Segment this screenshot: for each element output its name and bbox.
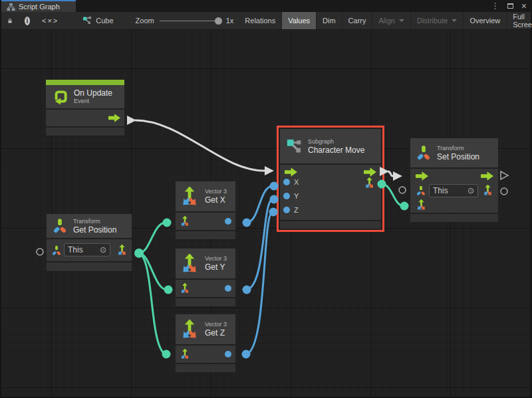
script-graph-window: Script Graph ⋮ × i <×> Cube Zoom xyxy=(0,0,532,398)
node-set-position[interactable]: Transform Set Position This ⊙ xyxy=(410,138,498,222)
input-port-z[interactable] xyxy=(283,207,290,213)
vector3-input-port[interactable] xyxy=(180,349,190,359)
node-get-z[interactable]: Vector 3 Get Z xyxy=(176,314,235,372)
graph-toolbar: i <×> Cube Zoom 1x Relations Values Dim … xyxy=(1,12,531,30)
flow-input-port[interactable] xyxy=(285,167,297,177)
event-accent-bar xyxy=(46,80,124,85)
target-icon[interactable]: ⊙ xyxy=(467,186,474,195)
node-title: Get Y xyxy=(205,262,227,272)
graph-owner[interactable]: Cube xyxy=(76,12,119,29)
input-label-y: Y xyxy=(294,192,299,200)
carry-label: Carry xyxy=(348,17,366,25)
node-body xyxy=(176,213,235,230)
align-button[interactable]: Align xyxy=(372,12,410,29)
zoom-label: Zoom xyxy=(136,17,154,25)
carry-button[interactable]: Carry xyxy=(342,12,373,29)
node-footer xyxy=(176,298,235,306)
float-output-port[interactable] xyxy=(225,218,231,225)
edit-graph-button[interactable]: <×> xyxy=(36,12,65,29)
float-output-port[interactable] xyxy=(225,285,231,292)
node-footer xyxy=(47,262,132,271)
graph-canvas[interactable]: On Update Event Transform Get Position xyxy=(1,30,531,397)
overview-button[interactable]: Overview xyxy=(464,12,507,29)
node-type: Vector 3 xyxy=(205,188,227,195)
node-on-update[interactable]: On Update Event xyxy=(46,80,124,136)
tab-title: Script Graph xyxy=(19,3,60,11)
script-graph-icon xyxy=(7,3,15,11)
relations-label: Relations xyxy=(245,17,275,25)
flow-input-port[interactable] xyxy=(416,171,428,181)
float-output-port[interactable] xyxy=(225,351,231,357)
node-title: Get Z xyxy=(205,328,227,338)
node-get-x[interactable]: Vector 3 Get X xyxy=(176,181,235,239)
distribute-button[interactable]: Distribute xyxy=(411,12,464,29)
vector3-input-port[interactable] xyxy=(180,216,190,227)
chevron-down-icon xyxy=(452,19,457,22)
node-footer xyxy=(176,364,235,372)
vector3-output-port[interactable] xyxy=(116,245,128,256)
this-field[interactable]: This ⊙ xyxy=(64,243,110,256)
full-screen-label: Full Screen xyxy=(513,13,532,29)
node-title: Character Move xyxy=(308,146,364,155)
flow-output-port[interactable] xyxy=(364,167,376,177)
input-label-x: X xyxy=(294,178,299,186)
graph-owner-label: Cube xyxy=(96,17,113,25)
node-body xyxy=(176,346,235,363)
input-port-x[interactable] xyxy=(283,179,290,185)
vector3-output-port[interactable] xyxy=(364,177,375,189)
node-body xyxy=(176,280,235,297)
tab-script-graph[interactable]: Script Graph xyxy=(1,0,76,12)
vector3-input-port[interactable] xyxy=(180,283,190,294)
input-port-y[interactable] xyxy=(283,193,290,199)
transform-icon xyxy=(52,218,68,234)
node-type: Transform xyxy=(437,145,479,152)
node-type: Vector 3 xyxy=(205,255,227,262)
info-button[interactable]: i xyxy=(19,12,36,29)
maximize-icon[interactable] xyxy=(507,3,513,9)
node-type: Subgraph xyxy=(308,138,364,146)
transform-input-port[interactable] xyxy=(416,185,426,196)
lock-icon xyxy=(7,17,13,25)
graph-icon xyxy=(82,16,92,25)
transform-input-port[interactable] xyxy=(51,245,62,256)
flow-output-port[interactable] xyxy=(108,114,120,122)
node-get-y[interactable]: Vector 3 Get Y xyxy=(176,249,235,306)
node-header: Transform Set Position xyxy=(410,138,498,167)
this-field[interactable]: This ⊙ xyxy=(429,184,478,197)
node-type: Vector 3 xyxy=(205,321,227,328)
chevron-down-icon xyxy=(399,19,404,22)
node-footer xyxy=(280,221,381,229)
values-label: Values xyxy=(288,17,310,25)
zoom-slider[interactable] xyxy=(160,21,221,21)
values-button[interactable]: Values xyxy=(282,12,317,29)
distribute-label: Distribute xyxy=(417,17,448,25)
input-label-z: Z xyxy=(294,206,299,214)
close-icon[interactable]: × xyxy=(521,1,527,11)
full-screen-button[interactable]: Full Screen xyxy=(507,12,532,29)
transform-icon xyxy=(416,145,432,161)
this-field-value: This xyxy=(68,245,83,254)
zoom-slider-handle[interactable] xyxy=(215,17,222,25)
overview-label: Overview xyxy=(469,17,500,25)
vector3-output-port[interactable] xyxy=(482,185,493,196)
vector3-icon xyxy=(180,320,200,340)
node-body: This ⊙ xyxy=(410,169,498,213)
node-header: On Update Event xyxy=(46,85,124,108)
node-subtitle: Event xyxy=(74,98,112,105)
relations-button[interactable]: Relations xyxy=(239,12,282,29)
node-header: Vector 3 Get X xyxy=(176,181,235,211)
node-get-position[interactable]: Transform Get Position This ⊙ xyxy=(47,214,132,271)
dim-button[interactable]: Dim xyxy=(317,12,342,29)
node-footer xyxy=(176,231,235,239)
lock-button[interactable] xyxy=(1,12,19,29)
menu-icon[interactable]: ⋮ xyxy=(491,1,499,11)
loop-icon xyxy=(51,88,68,106)
subgraph-icon xyxy=(285,138,303,155)
dim-label: Dim xyxy=(323,17,336,25)
vector3-input-port[interactable] xyxy=(416,199,427,211)
target-icon[interactable]: ⊙ xyxy=(100,245,106,254)
tab-bar: Script Graph ⋮ × xyxy=(1,0,531,12)
node-body xyxy=(46,110,124,126)
node-character-move[interactable]: Subgraph Character Move X Y Z xyxy=(280,129,381,229)
flow-output-port[interactable] xyxy=(481,171,493,181)
